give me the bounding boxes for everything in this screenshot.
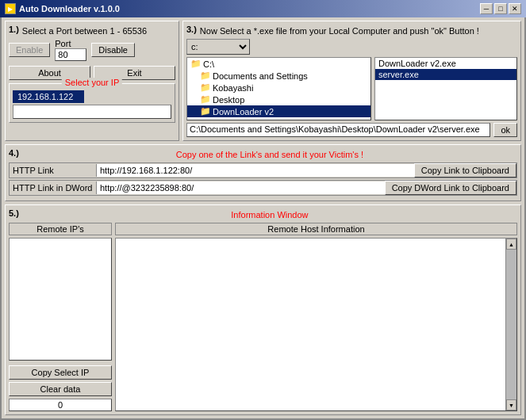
bottom-controls: Copy Select IP Clear data 0 bbox=[9, 365, 112, 411]
file-browser: 📁C:\ 📁Documents and Settings 📁Kobayashi … bbox=[186, 57, 517, 120]
main-window: 1.) Select a Port between 1 - 65536 Enab… bbox=[0, 17, 526, 420]
tree-item[interactable]: 📁Documents and Settings bbox=[187, 70, 371, 82]
section-1: 1.) Select a Port between 1 - 65536 Enab… bbox=[5, 21, 179, 141]
scroll-down-button[interactable]: ▼ bbox=[506, 399, 516, 410]
tree-item-selected[interactable]: 📁DownLoader v2 bbox=[187, 105, 371, 117]
ok-button[interactable]: ok bbox=[493, 123, 517, 137]
section-3-description: Now Select a *.exe file from your Local … bbox=[200, 26, 479, 36]
section-1-label: 1.) bbox=[9, 25, 19, 34]
section-3-label: 3.) bbox=[186, 25, 197, 34]
scrollbar-vertical[interactable]: ▲ ▼ bbox=[505, 239, 516, 410]
info-row: Remote IP's Copy Select IP Clear data 0 … bbox=[9, 223, 517, 411]
scroll-track bbox=[506, 250, 516, 399]
tree-item[interactable]: 📁Desktop bbox=[187, 94, 371, 105]
copy-link-button[interactable]: Copy Link to Clipboard bbox=[414, 163, 516, 178]
app-title: Auto Downloader v.1.0.0 bbox=[19, 4, 120, 13]
section-5: 5.) Information Window Remote IP's Copy … bbox=[5, 204, 521, 415]
section-3: 3.) Now Select a *.exe file from your Lo… bbox=[182, 21, 521, 141]
remote-ips-list[interactable] bbox=[9, 238, 112, 361]
ip-display: 192.168.1.122 bbox=[13, 90, 84, 103]
remote-ips-label: Remote IP's bbox=[9, 223, 112, 235]
http-dword-value: http://@3232235898:80/ bbox=[97, 181, 385, 194]
remote-host-label: Remote Host Information bbox=[115, 223, 517, 235]
http-link-label: HTTP Link bbox=[10, 164, 97, 177]
file-item[interactable]: DownLoader v2.exe bbox=[375, 58, 516, 69]
scroll-up-button[interactable]: ▲ bbox=[506, 239, 516, 250]
ip-input[interactable] bbox=[13, 105, 171, 119]
section-4: 4.) Copy one of the Link's and send it y… bbox=[5, 144, 521, 201]
remote-host-textarea[interactable] bbox=[116, 239, 505, 410]
remote-host-panel: Remote Host Information ▲ ▼ bbox=[115, 223, 517, 411]
copy-dword-button[interactable]: Copy DWord Link to Clipboard bbox=[385, 181, 516, 195]
file-item-selected[interactable]: server.exe bbox=[375, 69, 516, 80]
path-row: C:\Documents and Settings\Kobayashi\Desk… bbox=[186, 123, 517, 137]
close-button[interactable]: ✕ bbox=[509, 3, 521, 14]
title-bar: ▶ Auto Downloader v.1.0.0 ─ □ ✕ bbox=[0, 0, 526, 17]
port-area: Enable Port Disable bbox=[9, 39, 175, 61]
remote-host-area[interactable]: ▲ ▼ bbox=[115, 238, 517, 411]
section-4-header: Copy one of the Link's and send it your … bbox=[22, 150, 517, 159]
path-display: C:\Documents and Settings\Kobayashi\Desk… bbox=[186, 123, 490, 137]
app-icon: ▶ bbox=[5, 3, 16, 14]
enable-button[interactable]: Enable bbox=[9, 43, 50, 57]
disable-button[interactable]: Disable bbox=[91, 43, 135, 57]
http-dword-label: HTTP Link in DWord bbox=[10, 181, 97, 194]
port-input[interactable] bbox=[55, 48, 86, 61]
top-row: 1.) Select a Port between 1 - 65536 Enab… bbox=[5, 21, 521, 141]
http-dword-row: HTTP Link in DWord http://@3232235898:80… bbox=[9, 180, 517, 196]
drive-row: c: bbox=[186, 39, 517, 55]
section-5-label: 5.) bbox=[9, 208, 19, 218]
copy-select-ip-button[interactable]: Copy Select IP bbox=[9, 365, 112, 380]
window-controls: ─ □ ✕ bbox=[480, 3, 521, 14]
tree-item[interactable]: 📁Kobayashi bbox=[187, 82, 371, 94]
count-display: 0 bbox=[9, 399, 112, 411]
file-list[interactable]: DownLoader v2.exe server.exe bbox=[374, 57, 517, 120]
section-1-description: Select a Port between 1 - 65536 bbox=[22, 26, 147, 36]
http-link-row: HTTP Link http://192.168.1.122:80/ Copy … bbox=[9, 162, 517, 178]
ip-section-title: Select your IP bbox=[65, 78, 119, 87]
tree-item[interactable]: 📁C:\ bbox=[187, 58, 371, 70]
folder-tree[interactable]: 📁C:\ 📁Documents and Settings 📁Kobayashi … bbox=[186, 57, 371, 120]
section-5-header: Information Window bbox=[22, 210, 517, 220]
port-label: Port bbox=[55, 39, 86, 61]
remote-ips-panel: Remote IP's Copy Select IP Clear data 0 bbox=[9, 223, 112, 411]
clear-data-button[interactable]: Clear data bbox=[9, 382, 112, 396]
http-link-value: http://192.168.1.122:80/ bbox=[97, 164, 414, 177]
maximize-button[interactable]: □ bbox=[494, 3, 507, 14]
minimize-button[interactable]: ─ bbox=[480, 3, 493, 14]
drive-select[interactable]: c: bbox=[186, 39, 250, 55]
section-4-label: 4.) bbox=[9, 148, 19, 158]
